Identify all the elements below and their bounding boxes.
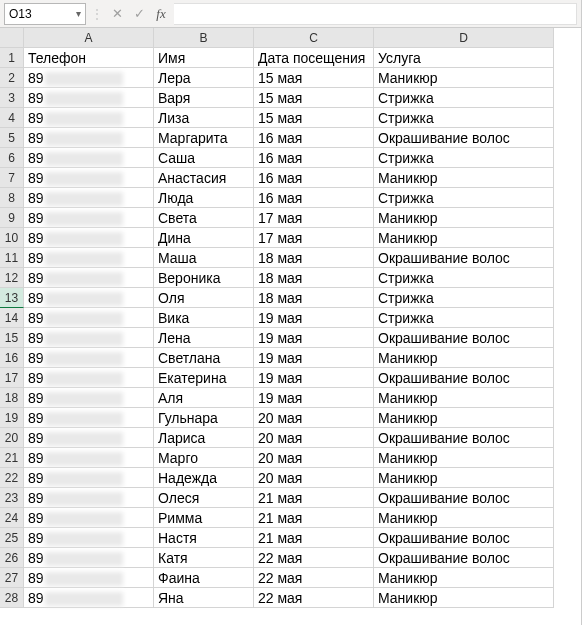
chevron-down-icon[interactable]: ▾ <box>76 8 81 19</box>
cell-A5[interactable]: 89 <box>24 128 154 148</box>
col-head-A[interactable]: A <box>24 28 154 48</box>
cell-A27[interactable]: 89 <box>24 568 154 588</box>
cell-C12[interactable]: 18 мая <box>254 268 374 288</box>
cell-D20[interactable]: Окрашивание волос <box>374 428 554 448</box>
cell-A9[interactable]: 89 <box>24 208 154 228</box>
cell-C10[interactable]: 17 мая <box>254 228 374 248</box>
cell-B17[interactable]: Екатерина <box>154 368 254 388</box>
cell-A3[interactable]: 89 <box>24 88 154 108</box>
row-head-11[interactable]: 11 <box>0 248 24 268</box>
cell-D15[interactable]: Окрашивание волос <box>374 328 554 348</box>
cell-B11[interactable]: Маша <box>154 248 254 268</box>
cell-B22[interactable]: Надежда <box>154 468 254 488</box>
row-head-28[interactable]: 28 <box>0 588 24 608</box>
cell-C21[interactable]: 20 мая <box>254 448 374 468</box>
cell-C19[interactable]: 20 мая <box>254 408 374 428</box>
cell-A7[interactable]: 89 <box>24 168 154 188</box>
cell-A18[interactable]: 89 <box>24 388 154 408</box>
cell-D27[interactable]: Маникюр <box>374 568 554 588</box>
cell-B26[interactable]: Катя <box>154 548 254 568</box>
cell-B2[interactable]: Лера <box>154 68 254 88</box>
cell-C5[interactable]: 16 мая <box>254 128 374 148</box>
row-head-1[interactable]: 1 <box>0 48 24 68</box>
cell-B7[interactable]: Анастасия <box>154 168 254 188</box>
row-head-24[interactable]: 24 <box>0 508 24 528</box>
cell-A13[interactable]: 89 <box>24 288 154 308</box>
cell-C25[interactable]: 21 мая <box>254 528 374 548</box>
cell-A10[interactable]: 89 <box>24 228 154 248</box>
row-head-13[interactable]: 13 <box>0 288 24 308</box>
cell-C4[interactable]: 15 мая <box>254 108 374 128</box>
cancel-icon[interactable]: ✕ <box>108 4 126 24</box>
cell-D3[interactable]: Стрижка <box>374 88 554 108</box>
cell-C26[interactable]: 22 мая <box>254 548 374 568</box>
cell-A4[interactable]: 89 <box>24 108 154 128</box>
cell-B27[interactable]: Фаина <box>154 568 254 588</box>
cell-A22[interactable]: 89 <box>24 468 154 488</box>
cell-D7[interactable]: Маникюр <box>374 168 554 188</box>
row-head-25[interactable]: 25 <box>0 528 24 548</box>
row-head-27[interactable]: 27 <box>0 568 24 588</box>
cell-A25[interactable]: 89 <box>24 528 154 548</box>
cell-D14[interactable]: Стрижка <box>374 308 554 328</box>
cell-D16[interactable]: Маникюр <box>374 348 554 368</box>
cell-A21[interactable]: 89 <box>24 448 154 468</box>
cell-C13[interactable]: 18 мая <box>254 288 374 308</box>
row-head-6[interactable]: 6 <box>0 148 24 168</box>
formula-input[interactable] <box>174 3 577 25</box>
cell-C24[interactable]: 21 мая <box>254 508 374 528</box>
cell-B14[interactable]: Вика <box>154 308 254 328</box>
cell-D9[interactable]: Маникюр <box>374 208 554 228</box>
cell-D17[interactable]: Окрашивание волос <box>374 368 554 388</box>
col-head-C[interactable]: C <box>254 28 374 48</box>
cell-A17[interactable]: 89 <box>24 368 154 388</box>
cell-D28[interactable]: Маникюр <box>374 588 554 608</box>
cell-A24[interactable]: 89 <box>24 508 154 528</box>
row-head-20[interactable]: 20 <box>0 428 24 448</box>
cell-B24[interactable]: Римма <box>154 508 254 528</box>
row-head-21[interactable]: 21 <box>0 448 24 468</box>
col-head-B[interactable]: B <box>154 28 254 48</box>
cell-A2[interactable]: 89 <box>24 68 154 88</box>
cell-B3[interactable]: Варя <box>154 88 254 108</box>
cell-D5[interactable]: Окрашивание волос <box>374 128 554 148</box>
cell-A19[interactable]: 89 <box>24 408 154 428</box>
cell-B18[interactable]: Аля <box>154 388 254 408</box>
cell-A8[interactable]: 89 <box>24 188 154 208</box>
cell-C7[interactable]: 16 мая <box>254 168 374 188</box>
cell-A28[interactable]: 89 <box>24 588 154 608</box>
row-head-14[interactable]: 14 <box>0 308 24 328</box>
cell-B4[interactable]: Лиза <box>154 108 254 128</box>
row-head-18[interactable]: 18 <box>0 388 24 408</box>
cell-A23[interactable]: 89 <box>24 488 154 508</box>
cell-D1[interactable]: Услуга <box>374 48 554 68</box>
cell-D23[interactable]: Окрашивание волос <box>374 488 554 508</box>
cell-B25[interactable]: Настя <box>154 528 254 548</box>
cell-D11[interactable]: Окрашивание волос <box>374 248 554 268</box>
cell-C8[interactable]: 16 мая <box>254 188 374 208</box>
cell-B13[interactable]: Оля <box>154 288 254 308</box>
cell-A20[interactable]: 89 <box>24 428 154 448</box>
cell-C1[interactable]: Дата посещения <box>254 48 374 68</box>
cell-B16[interactable]: Светлана <box>154 348 254 368</box>
cell-C16[interactable]: 19 мая <box>254 348 374 368</box>
cell-B5[interactable]: Маргарита <box>154 128 254 148</box>
cell-A15[interactable]: 89 <box>24 328 154 348</box>
cell-A14[interactable]: 89 <box>24 308 154 328</box>
cell-C15[interactable]: 19 мая <box>254 328 374 348</box>
cell-C18[interactable]: 19 мая <box>254 388 374 408</box>
row-head-16[interactable]: 16 <box>0 348 24 368</box>
row-head-26[interactable]: 26 <box>0 548 24 568</box>
cell-D4[interactable]: Стрижка <box>374 108 554 128</box>
cell-A1[interactable]: Телефон <box>24 48 154 68</box>
cell-C17[interactable]: 19 мая <box>254 368 374 388</box>
cell-B20[interactable]: Лариса <box>154 428 254 448</box>
row-head-19[interactable]: 19 <box>0 408 24 428</box>
cell-B10[interactable]: Дина <box>154 228 254 248</box>
col-head-D[interactable]: D <box>374 28 554 48</box>
row-head-4[interactable]: 4 <box>0 108 24 128</box>
cell-D24[interactable]: Маникюр <box>374 508 554 528</box>
cell-B9[interactable]: Света <box>154 208 254 228</box>
cell-B12[interactable]: Вероника <box>154 268 254 288</box>
cell-A26[interactable]: 89 <box>24 548 154 568</box>
